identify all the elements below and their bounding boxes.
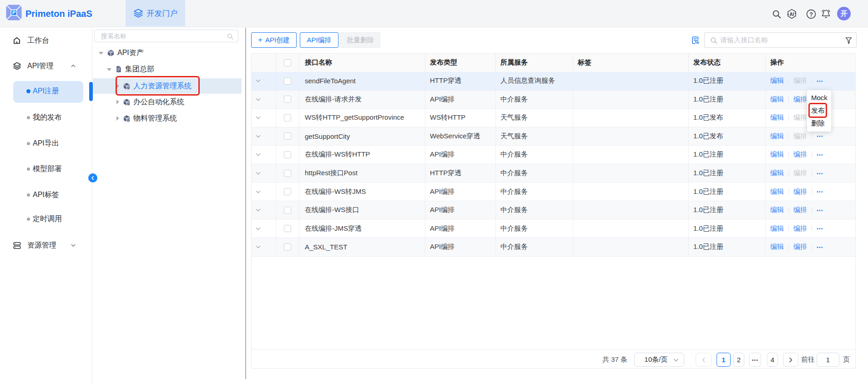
svg-text:AI: AI <box>789 12 794 17</box>
svg-text:P: P <box>12 10 15 15</box>
svg-text:?: ? <box>809 11 813 17</box>
